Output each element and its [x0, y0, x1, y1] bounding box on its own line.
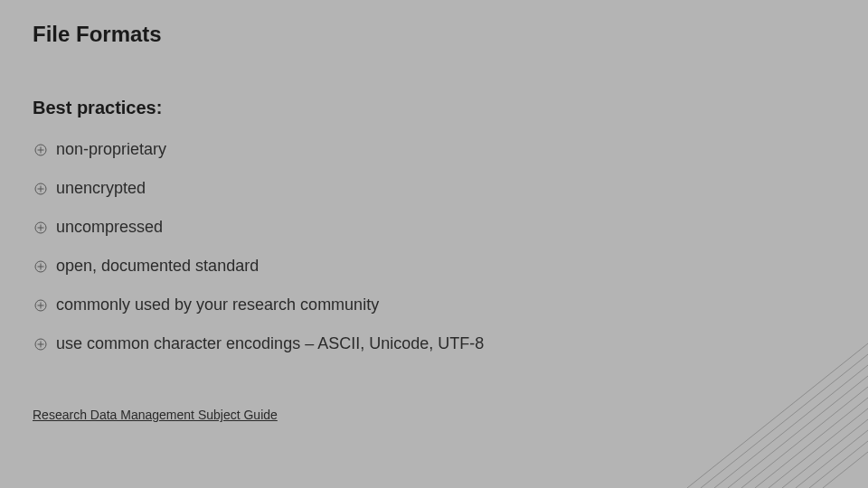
list-item: unencrypted [34, 179, 835, 198]
list-item: open, documented standard [34, 257, 835, 276]
svg-line-26 [796, 430, 868, 488]
subject-guide-link[interactable]: Research Data Management Subject Guide [33, 408, 278, 422]
svg-line-24 [769, 408, 868, 488]
bullet-text: commonly used by your research community [56, 296, 379, 314]
slide: File Formats Best practices: non-proprie… [0, 0, 868, 488]
circle-plus-icon [34, 144, 47, 156]
list-item: uncompressed [34, 218, 835, 237]
svg-line-27 [809, 441, 868, 488]
slide-subtitle: Best practices: [33, 98, 835, 118]
circle-plus-icon [34, 183, 47, 195]
slide-title: File Formats [33, 22, 835, 47]
svg-line-23 [755, 398, 868, 488]
svg-line-19 [701, 354, 868, 488]
bullet-text: uncompressed [56, 218, 163, 237]
list-item: non-proprietary [34, 140, 835, 159]
circle-plus-icon [34, 338, 47, 351]
svg-line-28 [823, 452, 868, 488]
svg-line-22 [741, 387, 868, 488]
svg-line-25 [782, 419, 868, 488]
circle-plus-icon [34, 260, 47, 273]
bullet-text: open, documented standard [56, 257, 259, 276]
bullet-text: unencrypted [56, 179, 146, 198]
svg-line-21 [728, 376, 868, 488]
bullet-list: non-proprietary unencrypted uncompressed… [34, 140, 835, 353]
list-item: use common character encodings – ASCII, … [34, 334, 835, 353]
svg-line-20 [714, 365, 868, 488]
circle-plus-icon [34, 299, 47, 312]
svg-line-18 [687, 343, 868, 488]
list-item: commonly used by your research community [34, 296, 835, 314]
bullet-text: use common character encodings – ASCII, … [56, 334, 484, 353]
circle-plus-icon [34, 221, 47, 234]
bullet-text: non-proprietary [56, 140, 166, 159]
